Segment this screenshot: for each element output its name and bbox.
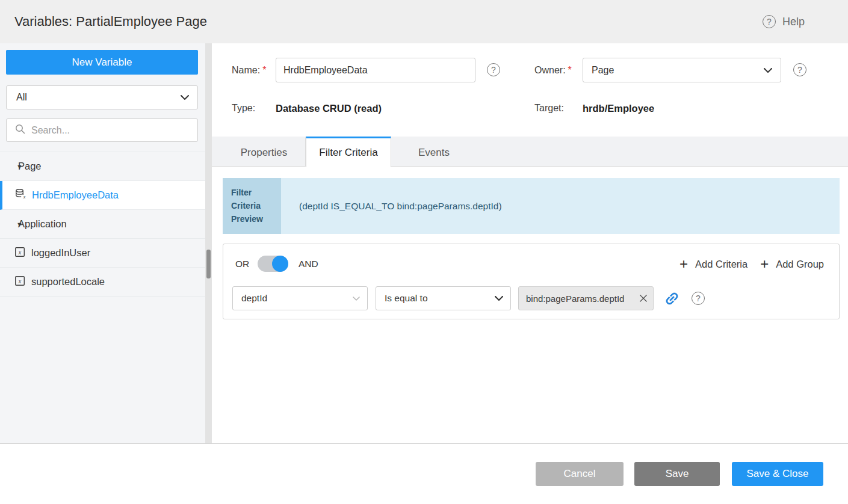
toggle-knob	[272, 256, 288, 272]
footer: Cancel Save Save & Close	[0, 444, 848, 504]
type-label: Type:	[232, 103, 255, 114]
static-variable-icon: x	[14, 247, 25, 260]
collapse-triangle-icon: ▼	[0, 163, 18, 170]
required-asterisk: *	[568, 65, 572, 75]
type-value: Database CRUD (read)	[276, 103, 382, 114]
new-variable-button[interactable]: New Variable	[6, 50, 198, 75]
field-select[interactable]: deptId	[232, 286, 368, 310]
page-title: Variables: PartialEmployee Page	[14, 0, 207, 43]
search-box	[6, 118, 198, 142]
target-label: Target:	[534, 103, 564, 114]
sidebar-item-loggedinuser[interactable]: x loggedInUser	[0, 239, 205, 268]
link-icon	[660, 287, 683, 310]
chevron-down-icon	[353, 293, 360, 304]
database-crud-icon: x	[14, 188, 26, 202]
tab-filter-criteria[interactable]: Filter Criteria	[306, 137, 391, 167]
or-label: OR	[235, 256, 249, 272]
search-icon	[15, 124, 25, 137]
condition-value: Is equal to	[385, 293, 495, 304]
sidebar: New Variable All ▼ Page	[0, 43, 205, 443]
criteria-help-icon[interactable]: ?	[692, 292, 705, 305]
tab-bar: Properties Filter Criteria Events	[212, 137, 848, 167]
variable-filter-select[interactable]: All	[6, 85, 198, 109]
chevron-down-icon	[181, 92, 189, 103]
search-input[interactable]	[31, 125, 191, 136]
field-value: deptId	[241, 293, 353, 304]
group-label: Page	[18, 161, 42, 172]
svg-text:x: x	[18, 278, 22, 284]
scrollbar-thumb[interactable]	[206, 250, 211, 278]
owner-help-icon[interactable]: ?	[793, 63, 806, 76]
sidebar-scrollbar[interactable]	[205, 43, 212, 443]
bind-link-button[interactable]	[664, 290, 680, 309]
variable-filter-value: All	[16, 92, 181, 103]
criteria-row: deptId Is equal to bind:pageParams.deptI…	[223, 286, 839, 310]
criteria-toolbar: OR AND + Add Criteria + Add Group	[223, 256, 839, 272]
preview-expression: (deptId IS_EQUAL_TO bind:pageParams.dept…	[281, 178, 840, 234]
owner-label: Owner:*	[534, 58, 572, 82]
main-panel: Name:* ? Owner:* Page ? Type: Database C…	[212, 43, 848, 443]
clear-value-button[interactable]	[639, 293, 648, 303]
form-row-name-owner: Name:* ? Owner:* Page ?	[212, 58, 848, 82]
variable-list: ▼ Page x HrdbEmployeeData ▼ Application	[0, 152, 205, 297]
condition-select[interactable]: Is equal to	[376, 286, 511, 310]
variables-dialog: Variables: PartialEmployee Page ? Help N…	[0, 0, 848, 504]
sidebar-group-application[interactable]: ▼ Application	[0, 210, 205, 239]
add-group-button[interactable]: + Add Group	[760, 257, 824, 271]
add-actions: + Add Criteria + Add Group	[679, 256, 824, 272]
static-variable-icon: x	[14, 275, 25, 289]
bound-value-field[interactable]: bind:pageParams.deptId	[518, 286, 654, 310]
owner-value: Page	[592, 65, 764, 76]
tab-events[interactable]: Events	[391, 137, 477, 167]
variable-label: HrdbEmployeeData	[32, 189, 119, 201]
name-label: Name:*	[232, 58, 266, 82]
save-button[interactable]: Save	[634, 462, 720, 486]
variable-label: supportedLocale	[31, 276, 105, 287]
cancel-button[interactable]: Cancel	[536, 462, 624, 486]
owner-select[interactable]: Page	[583, 58, 781, 82]
plus-icon: +	[760, 257, 769, 271]
svg-text:x: x	[18, 249, 22, 256]
add-criteria-button[interactable]: + Add Criteria	[679, 257, 747, 271]
variable-label: loggedInUser	[31, 247, 90, 259]
and-or-toggle[interactable]	[258, 256, 288, 272]
close-icon	[639, 293, 648, 303]
collapse-triangle-icon: ▼	[0, 221, 18, 228]
help-label: Help	[782, 16, 805, 28]
svg-text:x: x	[23, 194, 26, 200]
criteria-panel: OR AND + Add Criteria + Add Group	[223, 244, 840, 319]
name-input[interactable]	[276, 58, 475, 82]
required-asterisk: *	[262, 65, 266, 75]
filter-criteria-preview: Filter Criteria Preview (deptId IS_EQUAL…	[223, 178, 840, 234]
form-row-type-target: Type: Database CRUD (read) Target: hrdb/…	[212, 103, 848, 116]
sidebar-item-hrdbemployeedata[interactable]: x HrdbEmployeeData	[0, 181, 205, 210]
sidebar-item-supportedlocale[interactable]: x supportedLocale	[0, 268, 205, 297]
and-label: AND	[299, 256, 318, 272]
save-and-close-button[interactable]: Save & Close	[732, 462, 823, 486]
group-label: Application	[18, 218, 67, 230]
chevron-down-icon	[764, 65, 772, 76]
tab-properties[interactable]: Properties	[223, 137, 306, 167]
target-value: hrdb/Employee	[583, 103, 654, 114]
chevron-down-icon	[495, 293, 503, 304]
help-button[interactable]: ? Help	[763, 0, 805, 43]
plus-icon: +	[679, 257, 688, 271]
dialog-header: Variables: PartialEmployee Page ? Help	[0, 0, 848, 43]
bound-value: bind:pageParams.deptId	[526, 293, 639, 304]
help-icon: ?	[763, 15, 776, 28]
name-help-icon[interactable]: ?	[487, 63, 500, 76]
preview-label: Filter Criteria Preview	[223, 178, 281, 234]
sidebar-group-page[interactable]: ▼ Page	[0, 152, 205, 181]
